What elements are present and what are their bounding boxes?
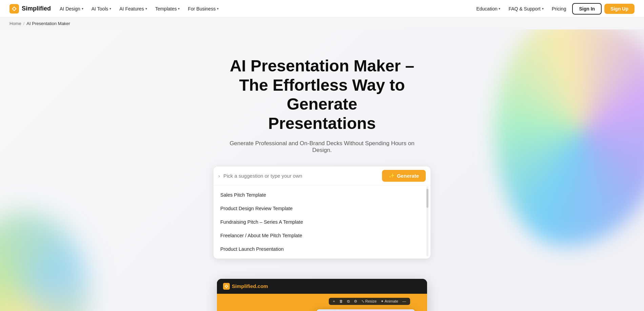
search-input[interactable] [223,173,382,179]
preview-card: Simplified.com + 🗑 ⧉ ⚙ ⤡ Resize ✦ Animat… [217,279,427,311]
nav-left: Simplified AI Design ▾ AI Tools ▾ AI Fea… [9,4,222,14]
chevron-down-icon: ▾ [178,7,180,10]
hero-subtitle: Generate Professional and On-Brand Decks… [227,140,417,154]
search-arrow-icon[interactable]: › [218,173,220,179]
chevron-down-icon: ▾ [542,7,544,10]
toolbar-more[interactable]: — [402,299,406,303]
preview-body: + 🗑 ⧉ ⚙ ⤡ Resize ✦ Animate — [217,294,427,311]
suggestion-item-4[interactable]: Product Launch Presentation [214,242,430,256]
search-container: › ✨ Generate Sales Pitch Template Produc… [214,166,430,259]
breadcrumb: Home / AI Presentation Maker [0,18,644,29]
wand-icon: ✨ [389,173,395,178]
nav-right: Education ▾ FAQ & Support ▾ Pricing Sign… [473,3,635,15]
preview-header: Simplified.com [217,279,427,294]
chevron-down-icon: ▾ [499,7,500,10]
breadcrumb-separator: / [23,21,25,26]
chevron-down-icon: ▾ [109,7,111,10]
nav-item-templates[interactable]: Templates ▾ [152,4,183,14]
nav-item-faq-support[interactable]: FAQ & Support ▾ [505,4,547,14]
suggestion-item-2[interactable]: Fundraising Pitch – Series A Template [214,215,430,229]
preview-logo: Simplified.com [223,283,268,290]
chevron-down-icon: ▾ [145,7,147,10]
breadcrumb-home[interactable]: Home [9,21,21,26]
preview-toolbar: + 🗑 ⧉ ⚙ ⤡ Resize ✦ Animate — [329,298,410,305]
nav-item-ai-tools[interactable]: AI Tools ▾ [88,4,115,14]
hero-title: AI Presentation Maker – The Effortless W… [203,57,441,133]
nav-item-education[interactable]: Education ▾ [473,4,504,14]
scrollbar-thumb[interactable] [426,189,428,208]
search-row: › ✨ Generate [214,166,430,185]
scrollbar-track[interactable] [426,186,428,257]
toolbar-animate[interactable]: ✦ Animate [381,299,398,304]
suggestion-item-0[interactable]: Sales Pitch Template [214,188,430,202]
logo[interactable]: Simplified [9,4,51,14]
chevron-down-icon: ▾ [82,7,83,10]
suggestion-item-1[interactable]: Product Design Review Template [214,202,430,215]
hero-section: AI Presentation Maker – The Effortless W… [0,29,644,311]
sign-up-button[interactable]: Sign Up [604,4,635,14]
brand-name: Simplified [22,5,51,12]
toolbar-add[interactable]: + [333,299,335,303]
preview-logo-text: Simplified.com [232,283,268,289]
toolbar-settings[interactable]: ⚙ [354,299,357,304]
suggestion-list: Sales Pitch Template Product Design Revi… [214,185,430,259]
hero-content: AI Presentation Maker – The Effortless W… [0,29,644,311]
suggestion-item-3[interactable]: Freelancer / About Me Pitch Template [214,229,430,242]
nav-item-ai-design[interactable]: AI Design ▾ [56,4,87,14]
toolbar-resize[interactable]: ⤡ Resize [361,299,377,304]
chevron-down-icon: ▾ [217,7,219,10]
breadcrumb-current: AI Presentation Maker [26,21,70,26]
navbar: Simplified AI Design ▾ AI Tools ▾ AI Fea… [0,0,644,18]
generate-button[interactable]: ✨ Generate [382,170,426,182]
toolbar-copy[interactable]: ⧉ [347,299,350,304]
nav-right-links: Education ▾ FAQ & Support ▾ Pricing [473,4,569,14]
nav-item-ai-features[interactable]: AI Features ▾ [116,4,150,14]
nav-item-for-business[interactable]: For Business ▾ [184,4,222,14]
preview-slide [317,309,415,311]
sign-in-button[interactable]: Sign In [572,3,602,15]
toolbar-delete[interactable]: 🗑 [339,299,343,303]
nav-item-pricing[interactable]: Pricing [548,4,570,14]
